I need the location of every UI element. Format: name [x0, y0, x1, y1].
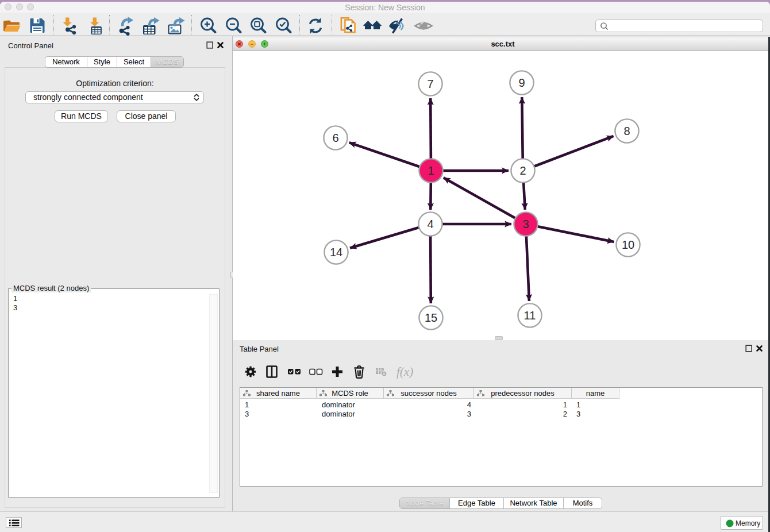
svg-text:14: 14 [330, 246, 342, 259]
svg-text:9: 9 [518, 76, 525, 89]
svg-text:4: 4 [427, 218, 433, 230]
svg-text:f(x): f(x) [396, 365, 413, 379]
svg-text:8: 8 [623, 125, 630, 137]
svg-text:10: 10 [622, 238, 634, 251]
svg-text:6: 6 [332, 132, 338, 144]
svg-text:15: 15 [425, 311, 437, 324]
svg-text:2: 2 [519, 164, 526, 177]
svg-text:11: 11 [524, 309, 536, 322]
svg-text:7: 7 [427, 78, 433, 90]
svg-text:1: 1 [428, 164, 434, 177]
svg-text:3: 3 [522, 218, 529, 230]
